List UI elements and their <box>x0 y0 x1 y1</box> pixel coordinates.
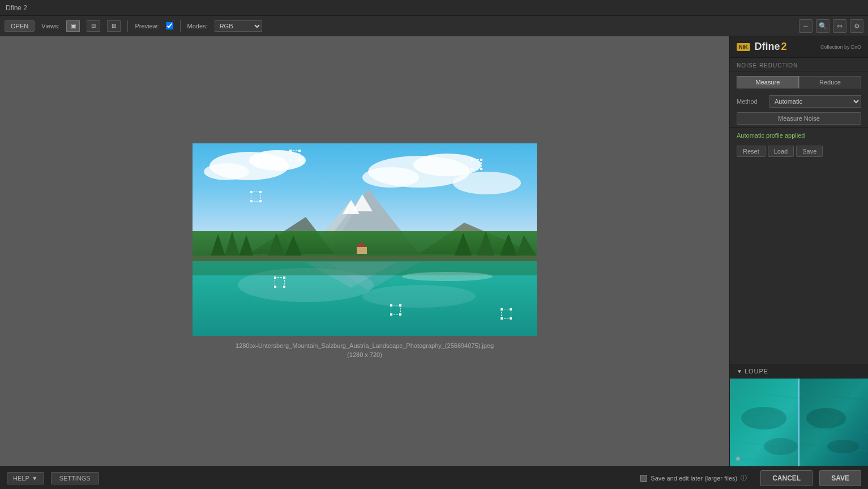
dfine-title: Dfine <box>755 41 780 53</box>
measure-tab[interactable]: Measure <box>737 76 799 88</box>
svg-point-42 <box>764 438 798 455</box>
save-edit-label: Save and edit later (larger files) <box>651 475 737 482</box>
main-image <box>193 143 537 336</box>
svg-point-7 <box>453 172 521 194</box>
compare-icon[interactable]: ⇔ <box>833 19 846 33</box>
view-single-button[interactable]: ▣ <box>66 20 80 32</box>
svg-point-49 <box>827 440 859 453</box>
collapse-arrow: ▼ <box>737 368 742 375</box>
modes-label: Modes: <box>187 23 208 29</box>
toolbar: OPEN Views: ▣ ⊟ ⊞ Preview: Modes: RGB Lu… <box>0 16 868 36</box>
loupe-image <box>730 379 868 466</box>
svg-rect-33 <box>193 261 537 275</box>
view-split-button[interactable]: ⊟ <box>87 20 100 32</box>
svg-point-48 <box>806 408 846 428</box>
views-label: Views: <box>41 23 59 29</box>
measure-box-3[interactable] <box>251 192 261 202</box>
measure-noise-button[interactable]: Measure Noise <box>737 112 861 125</box>
reset-button[interactable]: Reset <box>737 146 766 157</box>
help-label: HELP <box>13 475 29 482</box>
measure-box-2[interactable] <box>472 159 482 169</box>
svg-point-30 <box>362 285 476 308</box>
panel-spacer <box>730 161 868 364</box>
canvas-area: 1280px-Untersberg_Mountain_Salzburg_Aust… <box>0 36 729 466</box>
loupe-header[interactable]: ▼ LOUPE <box>730 364 868 379</box>
save-profile-button[interactable]: Save <box>796 146 823 157</box>
image-container <box>193 143 537 338</box>
measure-reduce-tabs: Measure Reduce <box>737 76 861 88</box>
svg-point-3 <box>204 163 249 180</box>
profile-actions: Reset Load Save <box>730 143 868 161</box>
auto-profile-msg: Automatic profile applied <box>730 127 868 143</box>
toolbar-separator-2 <box>180 20 181 32</box>
toolbar-icons-group: ↔ 🔍 ⇔ ⚙ <box>799 19 863 33</box>
save-edit-checkbox[interactable] <box>640 475 647 482</box>
measure-box-4[interactable] <box>275 277 285 287</box>
open-button[interactable]: OPEN <box>5 20 35 32</box>
bottom-bar: HELP ▼ SETTINGS Save and edit later (lar… <box>0 466 868 489</box>
settings-button[interactable]: SETTINGS <box>51 472 99 484</box>
title-bar: Dfine 2 <box>0 0 868 16</box>
svg-point-6 <box>362 167 419 188</box>
method-label: Method <box>737 98 765 105</box>
measure-box-6[interactable] <box>501 309 511 319</box>
app-title: Dfine 2 <box>6 4 27 12</box>
method-select[interactable]: Automatic Manual <box>769 95 861 108</box>
fit-icon[interactable]: ↔ <box>799 19 813 33</box>
preview-label: Preview: <box>135 23 159 29</box>
svg-point-41 <box>741 407 786 430</box>
cancel-button[interactable]: CANCEL <box>760 470 813 486</box>
noise-reduction-label: NOISE REDUCTION <box>730 58 868 71</box>
measure-box-1[interactable] <box>290 150 300 160</box>
collection-text: Collection by DxO <box>820 44 861 50</box>
main-layout: 1280px-Untersberg_Mountain_Salzburg_Aust… <box>0 36 868 466</box>
logo-badge: NIK <box>737 43 750 51</box>
measure-box-5[interactable] <box>391 305 401 315</box>
svg-rect-26 <box>357 247 367 254</box>
loupe-label: LOUPE <box>745 368 768 375</box>
method-row: Method Automatic Manual <box>730 93 868 110</box>
image-filename: 1280px-Untersberg_Mountain_Salzburg_Aust… <box>236 341 494 351</box>
settings-icon[interactable]: ⚙ <box>850 19 863 33</box>
toolbar-separator-1 <box>127 20 128 32</box>
loupe-star-icon[interactable]: ★ <box>734 454 742 463</box>
modes-select[interactable]: RGB Luminance Color <box>215 20 262 32</box>
load-button[interactable]: Load <box>768 146 794 157</box>
loupe-view: ★ <box>730 379 868 466</box>
right-panel: NIK Dfine 2 Collection by DxO NOISE REDU… <box>729 36 868 466</box>
reduce-tab[interactable]: Reduce <box>799 76 861 88</box>
image-caption: 1280px-Untersberg_Mountain_Salzburg_Aust… <box>236 341 494 360</box>
dfine-logo: NIK <box>737 43 750 51</box>
help-chevron: ▼ <box>32 475 38 482</box>
preview-checkbox[interactable] <box>166 22 173 29</box>
svg-point-34 <box>402 272 493 281</box>
view-dual-button[interactable]: ⊞ <box>107 20 121 32</box>
save-button[interactable]: SAVE <box>819 470 861 486</box>
help-button[interactable]: HELP ▼ <box>7 472 44 484</box>
zoom-in-icon[interactable]: 🔍 <box>816 19 829 33</box>
info-icon[interactable]: ⓘ <box>741 474 747 482</box>
image-dimensions: (1280 x 720) <box>236 350 494 360</box>
svg-point-5 <box>413 154 481 176</box>
save-edit-row: Save and edit later (larger files) ⓘ <box>640 474 747 482</box>
panel-header: NIK Dfine 2 Collection by DxO <box>730 36 868 58</box>
dfine-title-number: 2 <box>781 41 787 53</box>
preview-checkbox-container <box>166 22 173 29</box>
